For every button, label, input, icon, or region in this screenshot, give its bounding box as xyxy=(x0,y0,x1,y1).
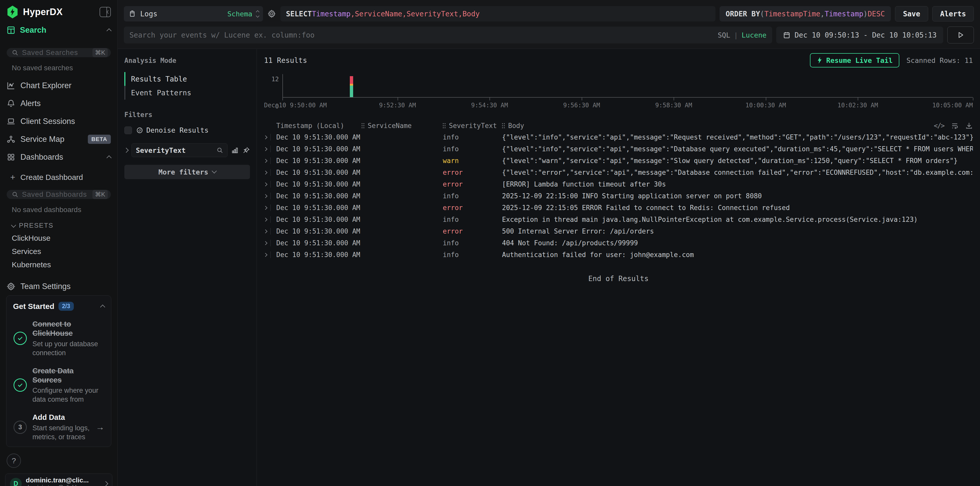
sidebar-item-label: Service Map xyxy=(21,135,83,144)
log-table-row[interactable]: Dec 10 9:51:30.000 AM info Authenticatio… xyxy=(264,249,973,261)
expand-filter-icon[interactable] xyxy=(124,148,129,153)
chevron-up-icon[interactable] xyxy=(100,304,105,310)
col-servicename[interactable]: ServiceName xyxy=(361,122,443,129)
col-timestamp[interactable]: Timestamp (Local) xyxy=(276,122,361,129)
source-select[interactable]: Logs Schema xyxy=(124,6,263,21)
sql-token: Timestamp xyxy=(312,10,351,18)
log-table-row[interactable]: Dec 10 9:51:30.000 AM warn {"level":"war… xyxy=(264,155,973,167)
col-severitytext[interactable]: SeverityText xyxy=(443,122,502,129)
row-timestamp: Dec 10 9:51:30.000 AM xyxy=(276,157,361,164)
create-dashboard-button[interactable]: + Create Dashboard xyxy=(0,166,118,183)
mode-results-table[interactable]: Results Table xyxy=(124,72,250,86)
more-filters-button[interactable]: More filters xyxy=(124,165,250,179)
sidebar-item-client-sessions[interactable]: Client Sessions xyxy=(0,112,118,130)
code-view-icon[interactable]: </> xyxy=(934,122,944,129)
log-table-row[interactable]: Dec 10 9:51:30.000 AM info {"level":"inf… xyxy=(264,131,973,143)
sql-token: TimestampTime xyxy=(764,10,820,18)
event-search-input[interactable]: Search your events w/ Lucene ex. column:… xyxy=(124,27,772,43)
expand-row-icon[interactable] xyxy=(264,253,267,257)
sidebar-item-team-settings[interactable]: Team Settings xyxy=(0,277,118,295)
time-range-picker[interactable]: Dec 10 09:50:13 - Dec 10 10:05:13 xyxy=(776,27,943,43)
expand-row-icon[interactable] xyxy=(264,135,267,139)
chart-bar[interactable] xyxy=(350,74,353,97)
sidebar-collapse-icon[interactable] xyxy=(100,7,111,17)
log-table-row[interactable]: Dec 10 9:51:30.000 AM error 500 Internal… xyxy=(264,225,973,237)
x-axis-labels: Dec 10 9:50:00 AM 9:52:30 AM 9:54:30 AM … xyxy=(282,102,973,110)
save-button[interactable]: Save xyxy=(895,6,928,21)
expand-row-icon[interactable] xyxy=(264,182,267,186)
pin-icon[interactable] xyxy=(242,147,250,154)
saved-dashboards-input[interactable]: Saved Dashboards ⌘K xyxy=(6,190,111,199)
expand-row-icon[interactable] xyxy=(264,147,267,151)
row-body: {"level":"info","service":"api","message… xyxy=(502,133,973,141)
sidebar-item-search[interactable]: Search xyxy=(0,18,118,41)
preset-dashboard-link[interactable]: ClickHouse xyxy=(0,231,118,245)
events-histogram[interactable]: 12 0 xyxy=(264,74,973,110)
col-body[interactable]: Body xyxy=(502,122,973,129)
log-table-row[interactable]: Dec 10 9:51:30.000 AM info 2025-12-09 22… xyxy=(264,190,973,202)
get-started-step-2[interactable]: Create Data Sources Configure where your… xyxy=(13,366,105,404)
get-started-step-1[interactable]: Connect to ClickHouse Set up your databa… xyxy=(13,319,105,357)
expand-row-icon[interactable] xyxy=(264,241,267,245)
analysis-mode-title: Analysis Mode xyxy=(124,57,250,64)
source-settings-gear-icon[interactable] xyxy=(267,9,276,18)
select-query-input[interactable]: SELECT Timestamp,ServiceName,SeverityTex… xyxy=(280,6,716,21)
x-axis-tick xyxy=(490,97,490,100)
preset-dashboard-link[interactable]: Kubernetes xyxy=(0,258,118,271)
no-saved-searches-text: No saved searches xyxy=(0,57,118,73)
log-table-row[interactable]: Dec 10 9:51:30.000 AM error 2025-12-09 2… xyxy=(264,202,973,214)
row-body: {"level":"warn","service":"api","message… xyxy=(502,157,973,164)
x-axis-tick xyxy=(398,97,398,100)
get-started-step-3[interactable]: 3 Add Data Start sending logs, metrics, … xyxy=(13,413,105,441)
preset-dashboard-link[interactable]: Services xyxy=(0,245,118,258)
chart-toggle-icon[interactable] xyxy=(231,147,239,154)
resume-live-tail-button[interactable]: Resume Live Tail xyxy=(810,53,899,67)
x-axis-tick-label: Dec 10 9:50:00 AM xyxy=(264,102,327,109)
get-started-card: Get Started 2/3 Connect to ClickHouse Se… xyxy=(6,295,111,447)
sidebar: HyperDX Search Saved Searches ⌘K No save… xyxy=(0,0,118,486)
drag-handle-icon[interactable] xyxy=(361,123,363,124)
help-button[interactable]: ? xyxy=(6,454,21,468)
sidebar-item-dashboards[interactable]: Dashboards xyxy=(0,148,118,166)
mode-event-patterns[interactable]: Event Patterns xyxy=(124,86,250,100)
expand-row-icon[interactable] xyxy=(264,194,267,198)
log-table-row[interactable]: Dec 10 9:51:30.000 AM info 404 Not Found… xyxy=(264,237,973,249)
severity-filter-field[interactable]: SeverityText xyxy=(132,143,228,157)
expand-row-icon[interactable] xyxy=(264,206,267,210)
query-language-toggle[interactable]: SQL | Lucene xyxy=(718,31,767,39)
create-dashboard-label: Create Dashboard xyxy=(21,173,83,182)
calendar-icon xyxy=(783,31,791,39)
log-table-row[interactable]: Dec 10 9:51:30.000 AM info {"level":"inf… xyxy=(264,143,973,155)
sql-mode-label[interactable]: SQL xyxy=(718,31,730,39)
denoise-checkbox[interactable] xyxy=(124,126,132,134)
drag-handle-icon[interactable] xyxy=(443,123,444,124)
drag-handle-icon[interactable] xyxy=(502,123,503,124)
sql-token: ( xyxy=(760,10,765,18)
download-icon[interactable] xyxy=(965,122,973,129)
chart-plot-area[interactable] xyxy=(282,74,973,97)
order-by-input[interactable]: ORDER BY (TimestampTime, Timestamp) DESC xyxy=(719,6,891,21)
expand-row-icon[interactable] xyxy=(264,217,267,221)
wrap-lines-icon[interactable] xyxy=(951,122,959,129)
user-profile[interactable]: D dominic.tran@clic... dominic.tran@clic… xyxy=(5,473,112,486)
row-body: {"level":"error","service":"api","messag… xyxy=(502,169,973,176)
run-query-button[interactable] xyxy=(947,27,974,43)
sidebar-item-label: Alerts xyxy=(21,99,111,108)
log-table-row[interactable]: Dec 10 9:51:30.000 AM error {"level":"er… xyxy=(264,167,973,178)
app-header: HyperDX xyxy=(0,6,118,18)
sidebar-item-alerts[interactable]: Alerts xyxy=(0,94,118,112)
log-table-row[interactable]: Dec 10 9:51:30.000 AM error [ERROR] Lamb… xyxy=(264,178,973,190)
lucene-mode-label[interactable]: Lucene xyxy=(741,31,767,39)
sidebar-item-service-map[interactable]: Service Map BETA xyxy=(0,130,118,148)
saved-searches-input[interactable]: Saved Searches ⌘K xyxy=(6,48,111,57)
sidebar-item-chart-explorer[interactable]: Chart Explorer xyxy=(0,76,118,94)
alerts-button[interactable]: Alerts xyxy=(932,6,974,21)
expand-row-icon[interactable] xyxy=(264,229,267,233)
log-table-row[interactable]: Dec 10 9:51:30.000 AM info Exception in … xyxy=(264,214,973,225)
search-icon[interactable] xyxy=(216,147,223,154)
expand-row-icon[interactable] xyxy=(264,159,267,163)
expand-row-icon[interactable] xyxy=(264,170,267,175)
sidebar-item-label: Search xyxy=(20,25,103,35)
bar-segment-info xyxy=(350,86,353,97)
presets-toggle[interactable]: PRESETS xyxy=(0,215,118,231)
